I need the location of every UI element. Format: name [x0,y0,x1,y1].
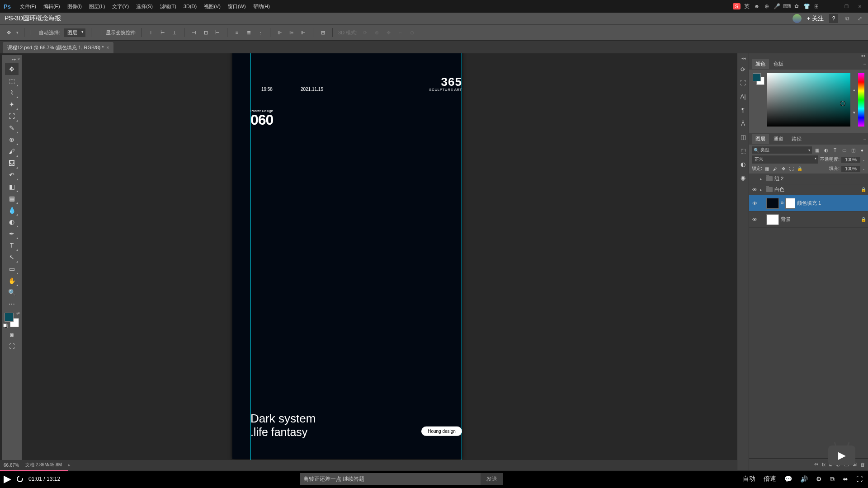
color-panel-menu-icon[interactable]: ≡ [863,61,866,66]
filter-toggle-icon[interactable]: ● [859,147,865,153]
shape-tool[interactable]: ▭ [5,263,19,275]
color-field[interactable] [767,73,850,127]
guide-right[interactable] [462,53,462,470]
healing-tool[interactable]: ⊕ [5,134,19,145]
fullscreen-icon[interactable]: ⛶ [856,475,863,483]
loop-icon[interactable] [15,474,24,483]
ime-icon-3[interactable]: 🎤 [773,3,780,10]
menu-edit[interactable]: 编辑(E) [40,3,64,10]
lock-trans-icon[interactable]: ▦ [764,165,770,172]
playback-speed[interactable]: 倍速 [764,475,776,483]
layer-thumbnail[interactable] [766,198,779,209]
styles-panel-icon[interactable]: ◉ [738,173,748,183]
libraries-panel-icon[interactable]: ⬚ [738,145,748,155]
menu-file[interactable]: 文件(F) [16,3,40,10]
link-layers-icon[interactable]: ⇔ [814,461,818,467]
mask-link-icon[interactable]: ⧉ [781,201,783,206]
help-button[interactable]: ? [829,14,838,23]
delete-layer-icon[interactable]: 🗑 [860,462,865,467]
layers-panel-menu-icon[interactable]: ≡ [863,136,866,141]
tab-layers[interactable]: 图层 [752,134,769,144]
visibility-toggle[interactable]: 👁 [751,187,758,192]
autoselect-checkbox[interactable] [30,30,35,35]
window-minimize[interactable]: — [826,3,839,10]
lock-icon[interactable]: 🔒 [861,187,866,192]
wand-tool[interactable]: ✦ [5,99,19,110]
progress-bar[interactable] [0,470,868,471]
eraser-tool[interactable]: ◧ [5,181,19,192]
layer-row-background[interactable]: 👁 背景 🔒 [749,211,868,228]
swap-colors-icon[interactable]: ⇄ [16,311,20,315]
lock-pos-icon[interactable]: ✥ [780,165,787,172]
3d-panel-icon[interactable]: ◫ [738,132,748,142]
zoom-level[interactable]: 66.67% [4,463,19,468]
panels-collapse-icon[interactable]: ◂◂ [861,53,865,58]
lock-icon[interactable]: 🔒 [861,217,866,222]
tab-color[interactable]: 颜色 [752,59,769,69]
mask-thumbnail[interactable] [785,198,795,209]
ime-icon-5[interactable]: ✿ [793,3,800,10]
menu-type[interactable]: 文字(Y) [108,3,132,10]
auto-align-icon[interactable]: ⊞ [319,28,327,37]
distribute-3-icon[interactable]: ⋮ [256,28,264,37]
align-hcenter-icon[interactable]: ⊡ [202,28,210,37]
crop-tool[interactable]: ⛶ [5,110,19,122]
pip-icon[interactable]: ⧉ [844,15,851,22]
distribute-1-icon[interactable]: ≡ [233,28,241,37]
window-close[interactable]: ✕ [854,3,866,10]
canvas-area[interactable]: 19:58 2021.11.15 365 SCULPTURE ART Poste… [22,53,737,470]
foreground-color[interactable] [5,313,14,322]
type-tool[interactable]: T [5,239,19,251]
align-bottom-icon[interactable]: ⊥ [170,28,179,37]
adjustments-panel-icon[interactable]: ◐ [738,159,748,169]
eyedropper-tool[interactable]: ✎ [5,122,19,134]
align-vcenter-icon[interactable]: ⊢ [159,28,167,37]
move-tool[interactable]: ✥ [5,63,19,75]
uploader-avatar[interactable] [793,14,802,23]
align-left-icon[interactable]: ⊣ [190,28,198,37]
subtitle-icon[interactable]: 💬 [784,475,792,483]
distribute-4-icon[interactable]: ⊪ [276,28,284,37]
transform-checkbox[interactable] [97,30,102,35]
autoselect-target[interactable]: 图层 [64,28,85,37]
status-arrow-icon[interactable]: ▸ [68,463,71,467]
menu-layer[interactable]: 图层(L) [85,3,108,10]
history-brush-tool[interactable]: ↶ [5,169,19,181]
visibility-toggle[interactable]: 👁 [751,201,758,206]
fill-input[interactable]: 100% [841,166,860,172]
opacity-input[interactable]: 100% [841,157,860,163]
doc-size[interactable]: 文档:2.86M/45.8M [25,462,62,468]
ime-icon-1[interactable]: ☻ [753,3,760,10]
hue-slider[interactable] [858,73,864,127]
gradient-tool[interactable]: ▤ [5,192,19,204]
ime-badge[interactable]: S [733,3,741,9]
lock-all-icon[interactable]: 🔒 [797,165,803,172]
filter-adjust-icon[interactable]: ◐ [823,147,829,153]
menu-3d[interactable]: 3D(D) [180,4,200,9]
fill-chevron-icon[interactable]: ⌄ [862,167,865,171]
panel-color-swatches[interactable] [753,73,764,85]
stamp-tool[interactable]: ⛾ [5,157,19,169]
color-picker-indicator[interactable] [840,101,845,106]
distribute-6-icon[interactable]: ⊩ [299,28,307,37]
expand-arrow-icon[interactable]: ▸ [760,188,764,192]
edit-toolbar[interactable]: ⋯ [5,298,19,310]
brush-tool[interactable]: 🖌 [5,145,19,157]
zoom-tool[interactable]: 🔍 [5,286,19,298]
pip-icon[interactable]: ⧉ [830,475,835,483]
glyphs-panel-icon[interactable]: Ā [738,118,748,128]
tab-paths[interactable]: 路径 [788,134,805,144]
layer-thumbnail[interactable] [766,214,779,225]
ime-icon-2[interactable]: ⊕ [763,3,770,10]
menu-window[interactable]: 窗口(W) [224,3,250,10]
color-swatches[interactable]: ⇄ [5,313,19,327]
character-panel-icon[interactable]: A| [738,91,748,101]
opacity-chevron-icon[interactable]: ⌄ [862,158,865,162]
default-colors-icon[interactable] [3,324,8,328]
menu-view[interactable]: 视图(V) [200,3,224,10]
strip-expand-icon[interactable]: ◂◂ [741,56,746,61]
hue-down-icon[interactable]: ▾ [853,110,855,115]
paragraph-panel-icon[interactable]: ¶ [738,105,748,115]
quickmask-button[interactable]: ◙ [5,330,18,339]
window-restore[interactable]: ❐ [840,3,853,10]
